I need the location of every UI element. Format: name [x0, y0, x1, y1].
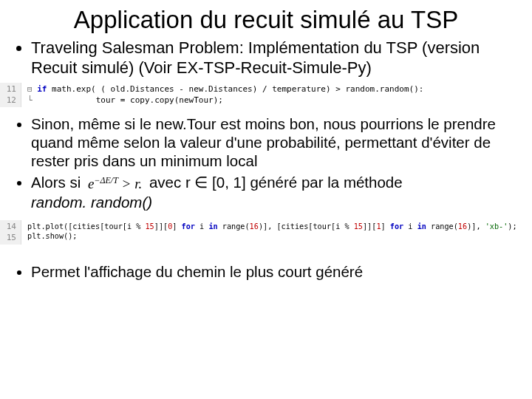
bullet-list-3: Permet l'affichage du chemin le plus cou… [0, 262, 532, 281]
text: avec r [145, 174, 194, 191]
bullet-item: Permet l'affichage du chemin le plus cou… [31, 262, 525, 281]
code-gutter: 1112 [0, 83, 21, 108]
element-of-symbol: ∈ [194, 174, 208, 191]
text: Alors si [31, 174, 85, 191]
text: [0, 1] généré par la méthode [208, 174, 402, 191]
text-italic: random. random() [31, 194, 152, 211]
code-content: ⊟ if math.exp( ( old.Distances - new.Dis… [21, 83, 426, 108]
slide-title: Application du recuit simulé au TSP [0, 0, 532, 38]
line-number: 15 [7, 233, 16, 242]
code-content: plt.plot([cities[tour[i % 15]][0] for i … [21, 220, 520, 245]
code-gutter: 1415 [0, 220, 21, 245]
line-number: 14 [7, 222, 16, 231]
bullet-item: Alors si e−ΔE/T > r. avec r ∈ [0, 1] gén… [31, 173, 525, 211]
bullet-list-2: Sinon, même si le new.Tour est moins bon… [0, 115, 532, 211]
bullet-list-1: Traveling Salesman Problem: Implémentati… [0, 38, 532, 78]
bullet-item: Traveling Salesman Problem: Implémentati… [31, 38, 519, 78]
line-number: 11 [7, 84, 16, 94]
line-number: 12 [7, 95, 16, 105]
code-block-2: 1415 plt.plot([cities[tour[i % 15]][0] f… [0, 220, 532, 245]
formula: e−ΔE/T > r. [85, 175, 145, 193]
code-block-1: 1112 ⊟ if math.exp( ( old.Distances - ne… [0, 83, 532, 108]
bullet-item: Sinon, même si le new.Tour est moins bon… [31, 115, 525, 170]
